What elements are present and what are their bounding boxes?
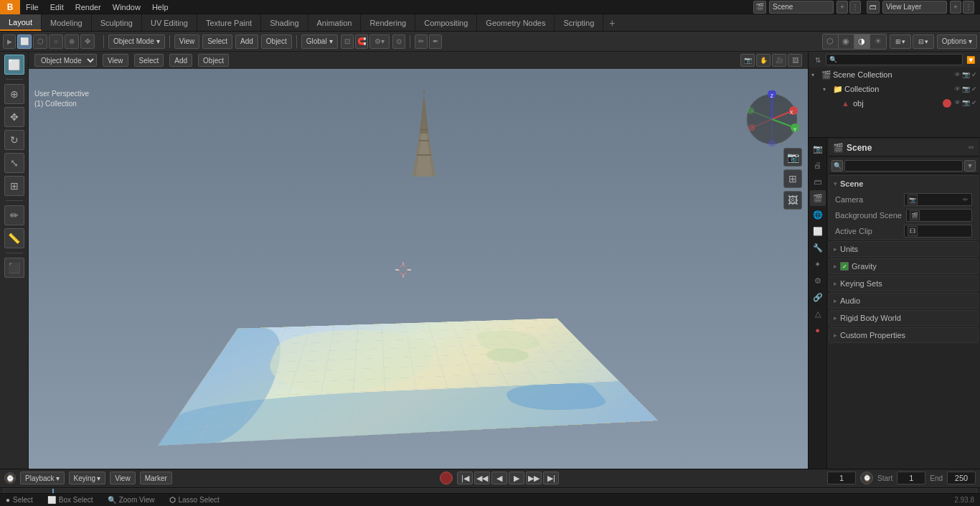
viewport-mode-select[interactable]: Object Mode [34,54,97,67]
tree-obj[interactable]: ▸ ▲ obj 👁 📷 ✔ [829,96,980,111]
prop-render-icon[interactable]: 📷 [810,141,826,156]
prop-keying-sets-header[interactable]: ▸ Keying Sets [829,276,978,291]
menu-help[interactable]: Help [146,1,174,13]
prop-world-icon[interactable]: 🌐 [810,207,826,222]
tool-move-3d[interactable]: ✥ [4,107,24,127]
end-frame-input[interactable]: 250 [947,472,976,484]
prop-physics-icon[interactable]: ⚙ [810,273,826,289]
rendered-mode[interactable]: ☀ [870,34,886,49]
scene-3d[interactable]: User Perspective (1) Collection [29,69,808,469]
col-camera-btn[interactable]: 📷 [962,85,970,93]
nav-gizmo[interactable]: X Y Z [743,90,801,148]
jump-end-btn[interactable]: ▶| [543,472,559,484]
obj-eye-btn[interactable]: 👁 [954,99,961,108]
tool-cursor[interactable]: ⊕ [65,34,79,49]
view-layer-options-btn[interactable]: ⋮ [963,1,974,14]
menu-edit[interactable]: Edit [44,1,70,13]
viewport-select-btn[interactable]: Select [134,54,164,67]
prop-constraints-icon[interactable]: 🔗 [810,289,826,305]
prop-data-icon[interactable]: △ [810,306,826,322]
current-frame-input[interactable]: 1 [827,472,856,484]
play-forward-btn[interactable]: ▶▶ [526,472,542,484]
tool-transform-3d[interactable]: ⊞ [4,176,24,196]
tab-scripting[interactable]: Scripting [555,14,603,31]
tab-compositing[interactable]: Compositing [415,14,477,31]
render-preview-btn[interactable]: 🖼 [783,191,802,210]
prop-material-icon[interactable]: ● [810,322,826,338]
camera-view-btn[interactable]: 📷 [783,148,802,167]
select-menu[interactable]: Select [202,34,232,49]
tab-texture-paint[interactable]: Texture Paint [197,14,261,31]
solid-mode[interactable]: ◉ [839,34,854,49]
menu-file[interactable]: File [20,1,44,13]
proportional-edit[interactable]: ⊙ [392,34,405,49]
outliner-filter-btn[interactable]: 🔽 [966,55,976,65]
object-menu[interactable]: Object [261,34,292,49]
gravity-checkbox[interactable]: ✓ [840,262,849,271]
tool-add-cube[interactable]: ⬛ [4,258,24,278]
start-frame-input[interactable]: 1 [897,472,925,484]
prop-audio-header[interactable]: ▸ Audio [829,294,978,308]
prop-modifiers-icon[interactable]: 🔧 [810,240,826,256]
transform-orientation[interactable]: Global ▾ [301,34,338,49]
camera-edit-icon[interactable]: ✏ [963,196,969,203]
cursor-3d[interactable] [395,262,410,276]
scene-selector[interactable]: Scene [769,1,834,14]
prop-rigid-body-header[interactable]: ▸ Rigid Body World [829,311,978,325]
viewport-object-btn[interactable]: Object [198,54,229,67]
view-menu[interactable]: View [174,34,200,49]
obj-check-btn[interactable]: ✔ [971,99,977,108]
xray-toggle[interactable]: ⊟▾ [913,34,934,49]
prop-object-icon[interactable]: ⬜ [810,223,826,239]
grease-pencil[interactable]: ✒ [429,34,442,49]
tool-annotate[interactable]: ✏ [4,205,24,225]
prop-particles-icon[interactable]: ✦ [810,256,826,272]
scene-options-btn[interactable]: ⋮ [849,1,861,14]
tool-move[interactable]: ✥ [80,34,95,49]
menu-window[interactable]: Window [107,1,146,13]
col-check-btn[interactable]: ✔ [971,85,977,93]
viewport-add-btn[interactable]: Add [169,54,192,67]
timeline-view-menu[interactable]: View [110,472,136,484]
keying-menu[interactable]: Keying▾ [69,472,106,484]
prop-filter-icon[interactable]: 🔍 [831,160,843,172]
prop-units-header[interactable]: ▸ Units [829,242,978,256]
outliner-search[interactable]: 🔍 [826,54,963,65]
sc-camera-btn[interactable]: 📷 [962,71,970,78]
jump-start-btn[interactable]: |◀ [457,472,473,484]
jump-back-btn[interactable]: ◀◀ [474,472,490,484]
view-layer-selector[interactable]: View Layer [882,1,947,14]
transform-pivot[interactable]: ⊡ [341,34,354,49]
camera-value[interactable]: 📷 ✏ [904,193,972,206]
prop-filter-funnel[interactable]: ▼ [964,160,976,172]
tool-circle-select[interactable]: ○ [49,34,63,49]
snap-options[interactable]: ⚙▾ [369,34,390,49]
sc-check-btn[interactable]: ✔ [971,71,977,78]
prop-custom-props-header[interactable]: ▸ Custom Properties [829,328,978,342]
vp-pan-btn[interactable]: ✋ [756,54,771,67]
tool-scale-3d[interactable]: ⤡ [4,153,24,173]
new-scene-btn[interactable]: + [837,1,848,14]
obj-camera-btn[interactable]: 📷 [962,99,970,108]
view-layer-icon[interactable]: 🗃 [867,1,880,14]
tool-lasso[interactable]: ⬡ [33,34,47,49]
add-workspace-btn[interactable]: + [603,17,621,29]
tab-rendering[interactable]: Rendering [361,14,415,31]
viewport-view-btn[interactable]: View [103,54,128,67]
tab-sculpting[interactable]: Sculpting [92,14,142,31]
play-back-btn[interactable]: ◀ [491,472,507,484]
material-preview-mode[interactable]: ◑ [854,34,870,49]
tool-box-select[interactable]: ⬜ [17,34,32,49]
frame-all-btn[interactable]: ⊞ [783,169,802,188]
add-menu[interactable]: Add [235,34,258,49]
prop-gravity-header[interactable]: ▸ ✓ Gravity [829,259,978,273]
prop-scene-edit-btn[interactable]: ✏ [969,144,974,151]
prop-output-icon[interactable]: 🖨 [810,157,826,173]
tool-select-icon[interactable]: ▶ [3,34,16,49]
new-view-layer-btn[interactable]: + [950,1,961,14]
viewport-3d[interactable]: Object Mode View Select Add Object 📷 ✋ 🎥… [29,52,808,469]
outliner-sort-btn[interactable]: ⇅ [813,55,823,65]
prop-view-layer-icon[interactable]: 🗃 [810,174,826,189]
tree-scene-collection[interactable]: ▾ 🎬 Scene Collection 👁 📷 ✔ [809,67,980,82]
record-btn[interactable] [440,472,453,484]
